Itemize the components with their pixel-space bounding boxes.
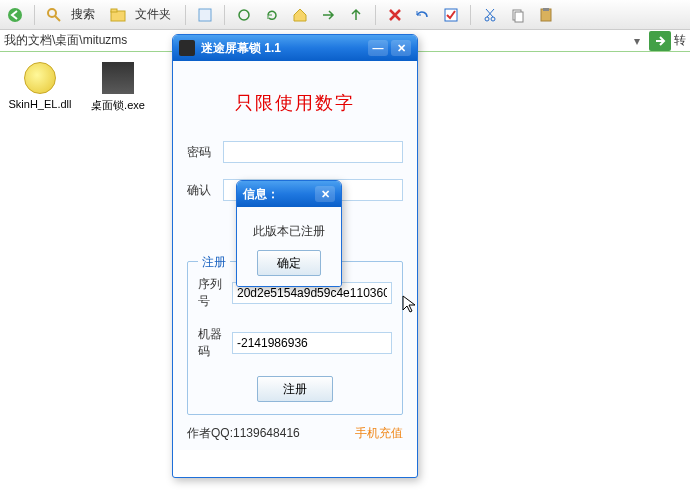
notice-text: 只限使用数字 bbox=[187, 91, 403, 115]
close-button[interactable]: ✕ bbox=[391, 40, 411, 56]
go-button[interactable] bbox=[649, 31, 671, 51]
dll-icon bbox=[24, 62, 56, 94]
refresh-icon[interactable] bbox=[261, 4, 283, 26]
ok-button[interactable]: 确定 bbox=[257, 250, 321, 276]
dialog-title: 信息： bbox=[243, 186, 312, 203]
up-icon[interactable] bbox=[345, 4, 367, 26]
svg-point-0 bbox=[8, 8, 22, 22]
copy-icon[interactable] bbox=[507, 4, 529, 26]
cut-icon[interactable] bbox=[479, 4, 501, 26]
password-label: 密码 bbox=[187, 144, 223, 161]
main-titlebar[interactable]: 迷途屏幕锁 1.1 — ✕ bbox=[173, 35, 417, 61]
home-icon[interactable] bbox=[289, 4, 311, 26]
explorer-toolbar: 搜索 文件夹 bbox=[0, 0, 690, 30]
minimize-button[interactable]: — bbox=[368, 40, 388, 56]
exe-icon bbox=[102, 62, 134, 94]
delete-icon[interactable] bbox=[384, 4, 406, 26]
search-icon[interactable] bbox=[43, 4, 65, 26]
confirm-label: 确认 bbox=[187, 182, 223, 199]
machine-label: 机器码 bbox=[198, 326, 232, 360]
undo-icon[interactable] bbox=[412, 4, 434, 26]
dialog-titlebar[interactable]: 信息： ✕ bbox=[237, 181, 341, 207]
footer: 作者QQ:1139648416 手机充值 bbox=[187, 425, 403, 442]
group-legend: 注册 bbox=[198, 254, 230, 271]
file-label: SkinH_EL.dll bbox=[8, 98, 72, 110]
app-icon bbox=[179, 40, 195, 56]
search-label[interactable]: 搜索 bbox=[71, 6, 95, 23]
file-item[interactable]: SkinH_EL.dll bbox=[8, 62, 72, 110]
dialog-body: 此版本已注册 确定 bbox=[237, 207, 341, 286]
back-icon[interactable] bbox=[4, 4, 26, 26]
svg-point-7 bbox=[485, 17, 489, 21]
serial-label: 序列号 bbox=[198, 276, 232, 310]
register-button[interactable]: 注册 bbox=[257, 376, 333, 402]
svg-rect-10 bbox=[515, 12, 523, 22]
file-item[interactable]: 桌面锁.exe bbox=[86, 62, 150, 113]
sync-icon[interactable] bbox=[233, 4, 255, 26]
go-label: 转 bbox=[674, 32, 686, 49]
address-dropdown-icon[interactable]: ▾ bbox=[628, 34, 646, 48]
svg-rect-4 bbox=[111, 9, 117, 12]
svg-rect-5 bbox=[199, 9, 211, 21]
main-title: 迷途屏幕锁 1.1 bbox=[201, 40, 365, 57]
folders-label[interactable]: 文件夹 bbox=[135, 6, 171, 23]
file-label: 桌面锁.exe bbox=[86, 98, 150, 113]
svg-point-8 bbox=[491, 17, 495, 21]
svg-point-1 bbox=[48, 9, 56, 17]
folders-icon[interactable] bbox=[107, 4, 129, 26]
info-dialog: 信息： ✕ 此版本已注册 确定 bbox=[236, 180, 342, 287]
machine-input[interactable] bbox=[232, 332, 392, 354]
views-icon[interactable] bbox=[194, 4, 216, 26]
recharge-link[interactable]: 手机充值 bbox=[355, 425, 403, 442]
dialog-message: 此版本已注册 bbox=[245, 223, 333, 240]
forward-icon[interactable] bbox=[317, 4, 339, 26]
check-icon[interactable] bbox=[440, 4, 462, 26]
svg-rect-12 bbox=[543, 8, 549, 11]
author-qq: 作者QQ:1139648416 bbox=[187, 425, 300, 442]
paste-icon[interactable] bbox=[535, 4, 557, 26]
password-input[interactable] bbox=[223, 141, 403, 163]
dialog-close-button[interactable]: ✕ bbox=[315, 186, 335, 202]
svg-line-2 bbox=[55, 16, 60, 21]
